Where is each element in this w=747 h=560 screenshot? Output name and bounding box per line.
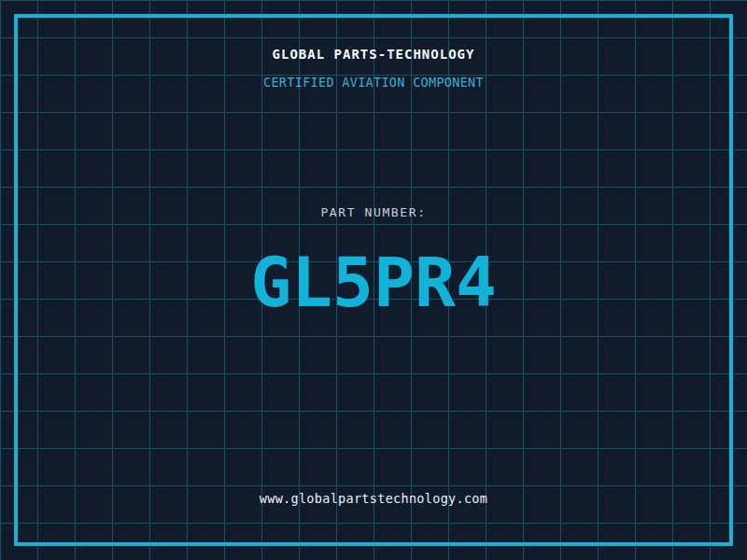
part-number-label: PART NUMBER:: [0, 206, 747, 218]
page-title: GLOBAL PARTS-TECHNOLOGY: [0, 48, 747, 61]
part-number-value: GL5PR4: [0, 248, 747, 316]
page-subtitle: CERTIFIED AVIATION COMPONENT: [0, 77, 747, 90]
certificate-page: GLOBAL PARTS-TECHNOLOGY CERTIFIED AVIATI…: [0, 0, 747, 560]
website-url: www.globalpartstechnology.com: [0, 493, 747, 506]
